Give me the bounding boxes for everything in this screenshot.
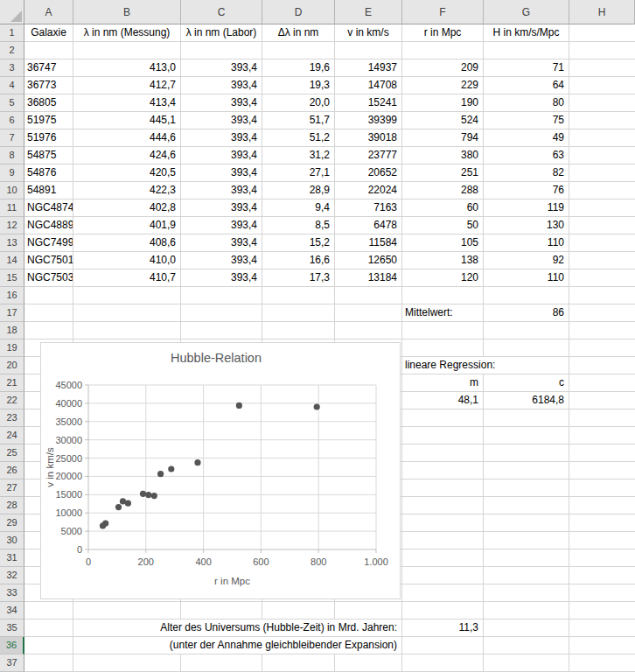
column-header-E[interactable]: E <box>335 0 402 24</box>
cell-G17[interactable]: 86 <box>484 304 569 321</box>
cell-D15[interactable]: 17,3 <box>262 270 334 286</box>
cell-F5[interactable]: 190 <box>402 94 483 111</box>
cell-D10[interactable]: 28,9 <box>262 182 334 199</box>
row-header-15[interactable]: 15 <box>0 270 24 287</box>
cell-B36[interactable]: (unter der Annahme gleichbleibender Expa… <box>73 637 401 654</box>
cell-A14[interactable]: NGC7501 <box>24 252 73 269</box>
row-header-27[interactable]: 27 <box>0 480 24 497</box>
row-header-1[interactable]: 1 <box>0 24 24 42</box>
cell-F3[interactable]: 209 <box>402 60 483 76</box>
row-header-7[interactable]: 7 <box>0 130 24 147</box>
cell-D5[interactable]: 20,0 <box>262 94 334 111</box>
data-point[interactable] <box>194 459 200 466</box>
cell-F20[interactable]: lineare Regression: <box>402 357 569 374</box>
cell-G21[interactable]: c <box>484 374 569 391</box>
cell-C13[interactable]: 393,4 <box>181 234 262 251</box>
cell-G11[interactable]: 119 <box>484 200 569 216</box>
data-point[interactable] <box>314 403 320 410</box>
cell-B3[interactable]: 413,0 <box>73 60 180 76</box>
row-header-8[interactable]: 8 <box>0 147 24 164</box>
data-point[interactable] <box>151 493 157 499</box>
row-header-29[interactable]: 29 <box>0 514 24 532</box>
cell-G3[interactable]: 71 <box>484 60 569 76</box>
cell-F11[interactable]: 60 <box>402 200 483 216</box>
row-header-11[interactable]: 11 <box>0 200 24 217</box>
data-point[interactable] <box>145 492 151 498</box>
cell-B14[interactable]: 410,0 <box>73 252 180 269</box>
cell-A8[interactable]: 54875 <box>24 147 73 164</box>
row-header-35[interactable]: 35 <box>0 620 24 637</box>
column-header-G[interactable]: G <box>484 0 569 24</box>
cell-C1[interactable]: λ in nm (Labor) <box>181 24 262 41</box>
cell-C7[interactable]: 393,4 <box>181 130 262 146</box>
cell-C14[interactable]: 393,4 <box>181 252 262 269</box>
cell-F14[interactable]: 138 <box>402 252 483 269</box>
cell-E15[interactable]: 13184 <box>335 270 401 286</box>
cell-B8[interactable]: 424,6 <box>73 147 180 164</box>
cell-G10[interactable]: 76 <box>484 182 569 199</box>
cell-G12[interactable]: 130 <box>484 217 569 234</box>
cell-D1[interactable]: Δλ in nm <box>262 24 334 41</box>
cell-C4[interactable]: 393,4 <box>181 77 262 94</box>
cell-E1[interactable]: v in km/s <box>335 24 401 41</box>
row-header-32[interactable]: 32 <box>0 567 24 584</box>
cell-D9[interactable]: 27,1 <box>262 164 334 181</box>
column-header-D[interactable]: D <box>262 0 335 24</box>
data-point[interactable] <box>168 466 174 472</box>
data-point[interactable] <box>115 504 122 510</box>
cell-F22[interactable]: 48,1 <box>402 392 483 409</box>
cell-E3[interactable]: 14937 <box>335 60 401 76</box>
cell-A11[interactable]: NGC4874 <box>24 200 73 216</box>
cell-B35[interactable]: Alter des Universums (Hubble-Zeit) in Mr… <box>73 620 401 636</box>
cell-E6[interactable]: 39399 <box>335 112 401 129</box>
cell-D13[interactable]: 15,2 <box>262 234 334 251</box>
cell-G14[interactable]: 92 <box>484 252 569 269</box>
cell-G7[interactable]: 49 <box>484 130 569 146</box>
cell-A13[interactable]: NGC7499 <box>24 234 73 251</box>
row-header-18[interactable]: 18 <box>0 322 24 340</box>
row-header-10[interactable]: 10 <box>0 182 24 200</box>
cell-A15[interactable]: NGC7503 <box>24 270 73 286</box>
cell-G4[interactable]: 64 <box>484 77 569 94</box>
cell-F1[interactable]: r in Mpc <box>402 24 483 41</box>
cell-D4[interactable]: 19,3 <box>262 77 334 94</box>
cell-E8[interactable]: 23777 <box>335 147 401 164</box>
cell-B7[interactable]: 444,6 <box>73 130 180 146</box>
cell-D11[interactable]: 9,4 <box>262 200 334 216</box>
cell-B9[interactable]: 420,5 <box>73 164 180 181</box>
cell-F17[interactable]: Mittelwert: <box>402 304 483 321</box>
cell-G5[interactable]: 80 <box>484 94 569 111</box>
cell-B15[interactable]: 410,7 <box>73 270 180 286</box>
cell-B1[interactable]: λ in nm (Messung) <box>73 24 180 41</box>
cell-B11[interactable]: 402,8 <box>73 200 180 216</box>
cell-C3[interactable]: 393,4 <box>181 60 262 76</box>
cell-A6[interactable]: 51975 <box>24 112 73 129</box>
cell-C12[interactable]: 393,4 <box>181 217 262 234</box>
cell-F9[interactable]: 251 <box>402 164 483 181</box>
cell-A1[interactable]: Galaxie <box>24 24 73 41</box>
cell-G6[interactable]: 75 <box>484 112 569 129</box>
hubble-chart[interactable]: 0500010000150002000025000300003500040000… <box>40 342 401 599</box>
cell-A3[interactable]: 36747 <box>24 60 73 76</box>
cell-C15[interactable]: 393,4 <box>181 270 262 286</box>
cell-A5[interactable]: 36805 <box>24 94 73 111</box>
cell-D7[interactable]: 51,2 <box>262 130 334 146</box>
row-header-5[interactable]: 5 <box>0 94 24 112</box>
cell-B5[interactable]: 413,4 <box>73 94 180 111</box>
cell-C5[interactable]: 393,4 <box>181 94 262 111</box>
cell-C10[interactable]: 393,4 <box>181 182 262 199</box>
row-header-34[interactable]: 34 <box>0 602 24 620</box>
cell-E14[interactable]: 12650 <box>335 252 401 269</box>
cell-A4[interactable]: 36773 <box>24 77 73 94</box>
cell-B6[interactable]: 445,1 <box>73 112 180 129</box>
cell-E13[interactable]: 11584 <box>335 234 401 251</box>
row-header-25[interactable]: 25 <box>0 444 24 462</box>
cell-F4[interactable]: 229 <box>402 77 483 94</box>
cell-F8[interactable]: 380 <box>402 147 483 164</box>
cell-G9[interactable]: 82 <box>484 164 569 181</box>
cell-C8[interactable]: 393,4 <box>181 147 262 164</box>
cell-C11[interactable]: 393,4 <box>181 200 262 216</box>
row-header-14[interactable]: 14 <box>0 252 24 270</box>
cell-D6[interactable]: 51,7 <box>262 112 334 129</box>
row-header-33[interactable]: 33 <box>0 584 24 602</box>
